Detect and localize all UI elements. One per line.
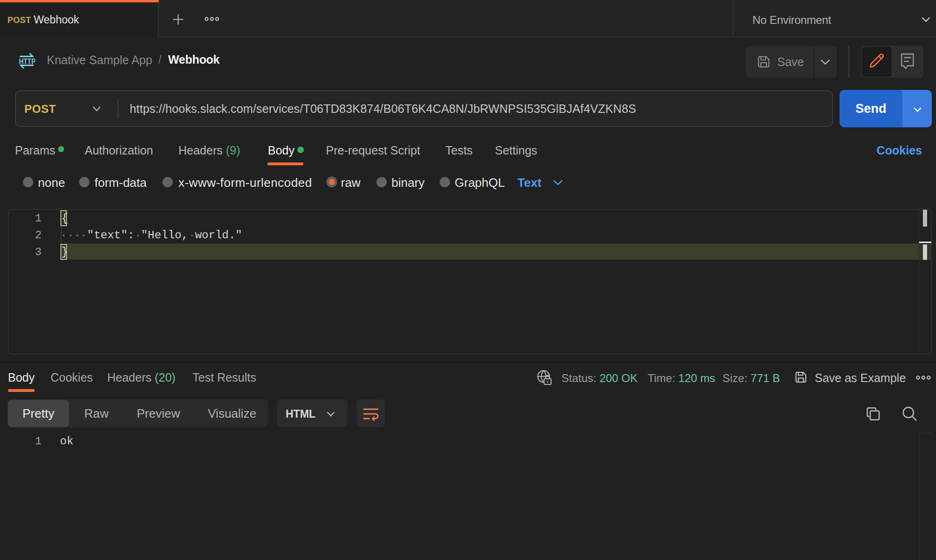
svg-text:HTTP: HTTP [19,57,36,66]
